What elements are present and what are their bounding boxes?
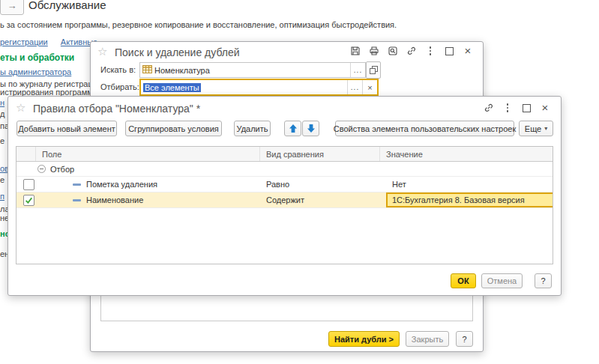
maximize-icon[interactable]	[444, 46, 454, 56]
header-comparison: Вид сравнения	[260, 147, 380, 161]
page-links-row: регистрации Активные	[0, 37, 97, 46]
link-registry[interactable]: регистрации	[0, 37, 48, 46]
header-checkbox-column	[16, 147, 36, 161]
filter-clear-button[interactable]: ×	[362, 80, 377, 94]
filter-field[interactable]: Все элементы ... ×	[139, 79, 379, 96]
results-panel	[100, 295, 473, 321]
table-row[interactable]: Наименование Содержит 1С:Бухгалтерия 8. …	[16, 192, 553, 208]
dropdown-triangle-icon: ▾	[544, 125, 547, 132]
search-in-value: Номенклатура	[152, 66, 350, 75]
dialog-titlebar[interactable]: ☆ Поиск и удаление дублей ×	[91, 42, 483, 61]
section-heading-reports: еты и обработки	[0, 52, 74, 63]
get-link-icon[interactable]	[406, 46, 417, 56]
filter-label: Отбирать:	[100, 82, 139, 91]
more-button-label: Еще	[525, 124, 541, 133]
header-value: Значение	[380, 147, 553, 161]
field-dash-icon	[73, 199, 81, 201]
help-button[interactable]: ?	[535, 273, 552, 288]
check-icon	[25, 196, 33, 204]
search-in-field[interactable]: Номенклатура ...	[139, 62, 366, 78]
save-icon[interactable]	[350, 46, 361, 56]
group-row-otbor[interactable]: Отбор	[16, 162, 553, 177]
close-icon[interactable]: ×	[463, 46, 473, 56]
row-field: Наименование	[86, 195, 143, 204]
row-checkbox[interactable]	[23, 195, 34, 206]
forward-nav-button[interactable]: →	[0, 0, 24, 15]
favorite-star-icon[interactable]: ☆	[16, 101, 25, 115]
row-comparison: Содержит	[260, 195, 386, 204]
dialog-titlebar[interactable]: ☆ Правила отбора "Номенклатура" * ×	[8, 97, 561, 116]
open-icon	[369, 65, 379, 75]
row-field: Пометка удаления	[86, 180, 157, 189]
move-up-button[interactable]	[284, 121, 301, 136]
dialog-filter-rules: ☆ Правила отбора "Номенклатура" * × Доба…	[7, 96, 562, 296]
group-label: Отбор	[50, 165, 74, 174]
link-admin-reports[interactable]: ы администратора	[0, 67, 71, 76]
group-conditions-button[interactable]: Сгруппировать условия	[125, 121, 222, 136]
more-button[interactable]: Еще ▾	[519, 121, 553, 136]
forward-arrow-icon: →	[7, 0, 17, 11]
user-settings-properties-button[interactable]: Свойства элемента пользовательских настр…	[335, 121, 514, 136]
move-down-button[interactable]	[302, 121, 319, 136]
print-icon[interactable]	[369, 46, 379, 56]
find-duplicates-button[interactable]: Найти дубли >	[328, 331, 400, 347]
search-in-label: Искать в:	[100, 65, 136, 74]
arrow-up-icon	[289, 124, 298, 133]
ok-button[interactable]: ОК	[451, 273, 476, 288]
close-icon[interactable]: ×	[540, 103, 550, 113]
row-value: Нет	[386, 180, 406, 189]
row-value-selected-cell[interactable]: 1С:Бухгалтерия 8. Базовая версия	[386, 192, 553, 207]
delete-button[interactable]: Удалить	[234, 121, 271, 136]
row-checkbox[interactable]	[23, 179, 34, 190]
dialog-title: Правила отбора "Номенклатура" *	[33, 103, 200, 115]
field-dash-icon	[73, 183, 81, 186]
filter-rules-table: Поле Вид сравнения Значение Отбор Пометк…	[16, 146, 553, 264]
close-button[interactable]: Закрыть	[406, 331, 449, 347]
collapse-minus-icon[interactable]	[37, 165, 46, 173]
header-field: Поле	[36, 147, 260, 161]
open-value-button[interactable]	[366, 61, 381, 79]
dialog-title: Поиск и удаление дублей	[115, 46, 240, 58]
cancel-button[interactable]: Отмена	[481, 273, 523, 288]
page-description: ь за состоянием программы, резервное коп…	[0, 20, 405, 29]
rules-toolbar: Добавить новый элемент Сгруппировать усл…	[8, 121, 561, 136]
favorite-star-icon[interactable]: ☆	[97, 45, 107, 58]
filter-value-selected: Все элементы	[143, 83, 201, 92]
row-comparison: Равно	[260, 180, 386, 189]
filter-select-button[interactable]: ...	[347, 80, 362, 94]
table-row[interactable]: Пометка удаления Равно Нет	[16, 177, 553, 192]
help-button[interactable]: ?	[456, 331, 473, 347]
catalog-table-icon	[142, 64, 152, 76]
arrow-down-icon	[307, 124, 316, 133]
table-header: Поле Вид сравнения Значение	[16, 147, 553, 162]
get-link-icon[interactable]	[484, 103, 494, 113]
preview-icon[interactable]	[388, 46, 398, 56]
more-menu-icon[interactable]	[502, 103, 513, 113]
maximize-icon[interactable]	[521, 103, 532, 113]
add-element-button[interactable]: Добавить новый элемент	[16, 121, 117, 136]
search-in-select-button[interactable]: ...	[350, 63, 365, 77]
more-menu-icon[interactable]	[425, 46, 436, 56]
page-title: Обслуживание	[28, 0, 106, 11]
